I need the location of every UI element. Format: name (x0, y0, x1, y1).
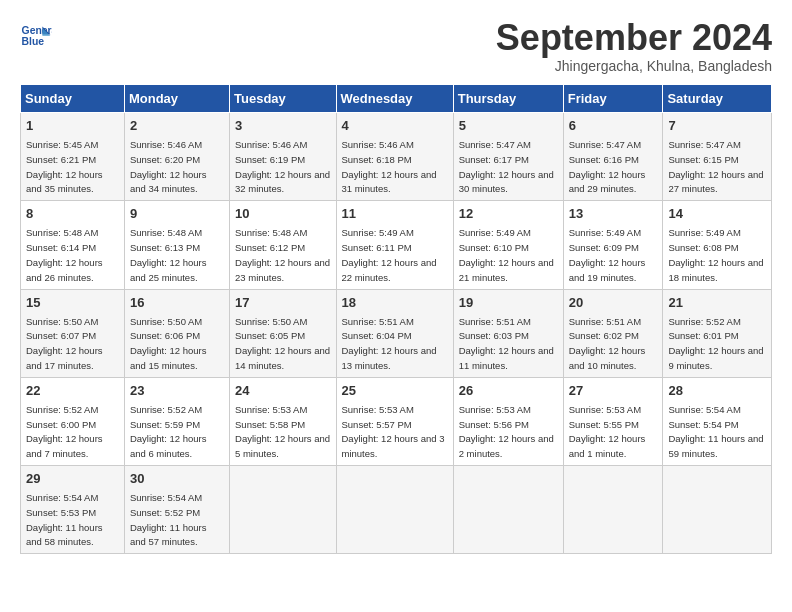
day-info: Sunrise: 5:50 AMSunset: 6:06 PMDaylight:… (130, 316, 207, 371)
day-info: Sunrise: 5:49 AMSunset: 6:09 PMDaylight:… (569, 227, 646, 282)
day-info: Sunrise: 5:53 AMSunset: 5:56 PMDaylight:… (459, 404, 554, 459)
day-number: 24 (235, 382, 330, 400)
day-info: Sunrise: 5:52 AMSunset: 6:00 PMDaylight:… (26, 404, 103, 459)
calendar-cell: 30 Sunrise: 5:54 AMSunset: 5:52 PMDaylig… (124, 466, 229, 554)
day-number: 2 (130, 117, 224, 135)
day-info: Sunrise: 5:48 AMSunset: 6:14 PMDaylight:… (26, 227, 103, 282)
day-number: 15 (26, 294, 119, 312)
calendar-cell: 9 Sunrise: 5:48 AMSunset: 6:13 PMDayligh… (124, 201, 229, 289)
day-info: Sunrise: 5:48 AMSunset: 6:12 PMDaylight:… (235, 227, 330, 282)
calendar-cell: 12 Sunrise: 5:49 AMSunset: 6:10 PMDaylig… (453, 201, 563, 289)
day-number: 26 (459, 382, 558, 400)
calendar-cell: 17 Sunrise: 5:50 AMSunset: 6:05 PMDaylig… (230, 289, 336, 377)
calendar-row-3: 15 Sunrise: 5:50 AMSunset: 6:07 PMDaylig… (21, 289, 772, 377)
col-sunday: Sunday (21, 85, 125, 113)
day-number: 5 (459, 117, 558, 135)
calendar-cell: 4 Sunrise: 5:46 AMSunset: 6:18 PMDayligh… (336, 113, 453, 201)
day-number: 1 (26, 117, 119, 135)
calendar-cell (453, 466, 563, 554)
calendar-cell (563, 466, 663, 554)
calendar-cell: 19 Sunrise: 5:51 AMSunset: 6:03 PMDaylig… (453, 289, 563, 377)
day-info: Sunrise: 5:48 AMSunset: 6:13 PMDaylight:… (130, 227, 207, 282)
day-number: 12 (459, 205, 558, 223)
calendar-row-5: 29 Sunrise: 5:54 AMSunset: 5:53 PMDaylig… (21, 466, 772, 554)
day-info: Sunrise: 5:54 AMSunset: 5:52 PMDaylight:… (130, 492, 207, 547)
calendar-cell (336, 466, 453, 554)
calendar-cell: 1 Sunrise: 5:45 AMSunset: 6:21 PMDayligh… (21, 113, 125, 201)
day-number: 21 (668, 294, 766, 312)
day-number: 14 (668, 205, 766, 223)
day-info: Sunrise: 5:51 AMSunset: 6:02 PMDaylight:… (569, 316, 646, 371)
day-number: 22 (26, 382, 119, 400)
day-number: 28 (668, 382, 766, 400)
calendar-cell: 22 Sunrise: 5:52 AMSunset: 6:00 PMDaylig… (21, 377, 125, 465)
calendar-cell: 11 Sunrise: 5:49 AMSunset: 6:11 PMDaylig… (336, 201, 453, 289)
calendar-cell: 20 Sunrise: 5:51 AMSunset: 6:02 PMDaylig… (563, 289, 663, 377)
col-wednesday: Wednesday (336, 85, 453, 113)
calendar-cell: 3 Sunrise: 5:46 AMSunset: 6:19 PMDayligh… (230, 113, 336, 201)
month-title: September 2024 (496, 20, 772, 56)
day-number: 4 (342, 117, 448, 135)
calendar-header: Sunday Monday Tuesday Wednesday Thursday… (21, 85, 772, 113)
day-info: Sunrise: 5:46 AMSunset: 6:19 PMDaylight:… (235, 139, 330, 194)
col-friday: Friday (563, 85, 663, 113)
calendar-cell: 18 Sunrise: 5:51 AMSunset: 6:04 PMDaylig… (336, 289, 453, 377)
calendar-cell: 29 Sunrise: 5:54 AMSunset: 5:53 PMDaylig… (21, 466, 125, 554)
day-info: Sunrise: 5:47 AMSunset: 6:16 PMDaylight:… (569, 139, 646, 194)
title-area: September 2024 Jhingergacha, Khulna, Ban… (496, 20, 772, 74)
calendar-cell: 16 Sunrise: 5:50 AMSunset: 6:06 PMDaylig… (124, 289, 229, 377)
calendar-table: Sunday Monday Tuesday Wednesday Thursday… (20, 84, 772, 554)
day-number: 25 (342, 382, 448, 400)
day-number: 19 (459, 294, 558, 312)
day-number: 9 (130, 205, 224, 223)
day-info: Sunrise: 5:54 AMSunset: 5:54 PMDaylight:… (668, 404, 763, 459)
day-info: Sunrise: 5:53 AMSunset: 5:58 PMDaylight:… (235, 404, 330, 459)
day-number: 29 (26, 470, 119, 488)
calendar-cell: 15 Sunrise: 5:50 AMSunset: 6:07 PMDaylig… (21, 289, 125, 377)
day-info: Sunrise: 5:52 AMSunset: 6:01 PMDaylight:… (668, 316, 763, 371)
calendar-cell: 6 Sunrise: 5:47 AMSunset: 6:16 PMDayligh… (563, 113, 663, 201)
calendar-cell: 24 Sunrise: 5:53 AMSunset: 5:58 PMDaylig… (230, 377, 336, 465)
day-number: 7 (668, 117, 766, 135)
day-info: Sunrise: 5:46 AMSunset: 6:18 PMDaylight:… (342, 139, 437, 194)
day-number: 8 (26, 205, 119, 223)
day-number: 10 (235, 205, 330, 223)
page-header: General Blue September 2024 Jhingergacha… (20, 20, 772, 74)
day-number: 17 (235, 294, 330, 312)
calendar-cell (230, 466, 336, 554)
svg-text:Blue: Blue (22, 36, 45, 47)
calendar-cell (663, 466, 772, 554)
calendar-cell: 5 Sunrise: 5:47 AMSunset: 6:17 PMDayligh… (453, 113, 563, 201)
day-info: Sunrise: 5:51 AMSunset: 6:04 PMDaylight:… (342, 316, 437, 371)
col-saturday: Saturday (663, 85, 772, 113)
col-tuesday: Tuesday (230, 85, 336, 113)
day-info: Sunrise: 5:51 AMSunset: 6:03 PMDaylight:… (459, 316, 554, 371)
day-info: Sunrise: 5:50 AMSunset: 6:05 PMDaylight:… (235, 316, 330, 371)
day-info: Sunrise: 5:53 AMSunset: 5:55 PMDaylight:… (569, 404, 646, 459)
day-number: 20 (569, 294, 658, 312)
day-number: 11 (342, 205, 448, 223)
calendar-row-1: 1 Sunrise: 5:45 AMSunset: 6:21 PMDayligh… (21, 113, 772, 201)
calendar-cell: 21 Sunrise: 5:52 AMSunset: 6:01 PMDaylig… (663, 289, 772, 377)
day-info: Sunrise: 5:46 AMSunset: 6:20 PMDaylight:… (130, 139, 207, 194)
calendar-row-2: 8 Sunrise: 5:48 AMSunset: 6:14 PMDayligh… (21, 201, 772, 289)
day-info: Sunrise: 5:50 AMSunset: 6:07 PMDaylight:… (26, 316, 103, 371)
col-monday: Monday (124, 85, 229, 113)
calendar-cell: 2 Sunrise: 5:46 AMSunset: 6:20 PMDayligh… (124, 113, 229, 201)
calendar-cell: 26 Sunrise: 5:53 AMSunset: 5:56 PMDaylig… (453, 377, 563, 465)
logo-icon: General Blue (20, 20, 52, 52)
calendar-cell: 13 Sunrise: 5:49 AMSunset: 6:09 PMDaylig… (563, 201, 663, 289)
day-info: Sunrise: 5:47 AMSunset: 6:17 PMDaylight:… (459, 139, 554, 194)
calendar-cell: 28 Sunrise: 5:54 AMSunset: 5:54 PMDaylig… (663, 377, 772, 465)
calendar-body: 1 Sunrise: 5:45 AMSunset: 6:21 PMDayligh… (21, 113, 772, 554)
day-info: Sunrise: 5:54 AMSunset: 5:53 PMDaylight:… (26, 492, 103, 547)
logo: General Blue (20, 20, 52, 52)
calendar-cell: 10 Sunrise: 5:48 AMSunset: 6:12 PMDaylig… (230, 201, 336, 289)
calendar-cell: 25 Sunrise: 5:53 AMSunset: 5:57 PMDaylig… (336, 377, 453, 465)
calendar-cell: 27 Sunrise: 5:53 AMSunset: 5:55 PMDaylig… (563, 377, 663, 465)
col-thursday: Thursday (453, 85, 563, 113)
day-info: Sunrise: 5:53 AMSunset: 5:57 PMDaylight:… (342, 404, 445, 459)
day-info: Sunrise: 5:49 AMSunset: 6:08 PMDaylight:… (668, 227, 763, 282)
calendar-cell: 14 Sunrise: 5:49 AMSunset: 6:08 PMDaylig… (663, 201, 772, 289)
calendar-cell: 8 Sunrise: 5:48 AMSunset: 6:14 PMDayligh… (21, 201, 125, 289)
